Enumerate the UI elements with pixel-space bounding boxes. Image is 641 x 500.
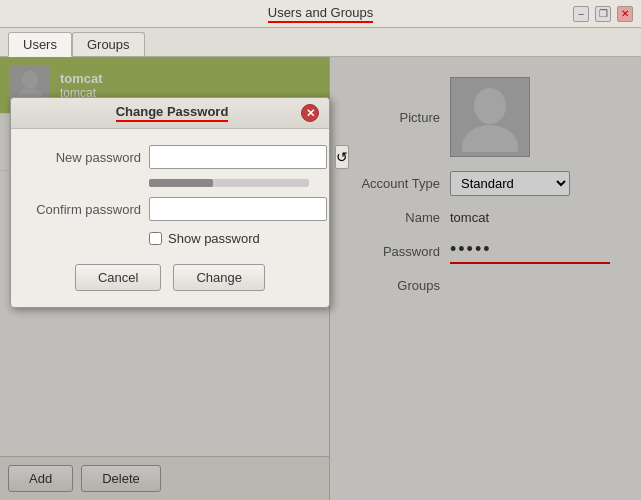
close-button[interactable]: ✕ (617, 6, 633, 22)
show-password-checkbox[interactable] (149, 232, 162, 245)
dialog-title-bar: Change Password ✕ (11, 98, 329, 129)
refresh-button[interactable]: ↺ (335, 145, 349, 169)
strength-bar (149, 179, 309, 187)
dialog-close-button[interactable]: ✕ (301, 104, 319, 122)
window-title: Users and Groups (68, 5, 573, 23)
title-bar: Users and Groups – ❐ ✕ (0, 0, 641, 28)
minimize-button[interactable]: – (573, 6, 589, 22)
restore-button[interactable]: ❐ (595, 6, 611, 22)
main-window: Users Groups tomcat tomcat (0, 28, 641, 500)
strength-bar-wrap (149, 179, 309, 187)
tab-users[interactable]: Users (8, 32, 72, 57)
new-password-input[interactable] (149, 145, 327, 169)
show-password-label[interactable]: Show password (168, 231, 260, 246)
overlay: Change Password ✕ New password ↺ (0, 57, 641, 500)
strength-fill (149, 179, 213, 187)
window-controls: – ❐ ✕ (573, 6, 633, 22)
dialog-body: New password ↺ Confirm password (11, 129, 329, 291)
show-password-row: Show password (149, 231, 309, 246)
new-password-row: New password ↺ (31, 145, 309, 169)
tab-bar: Users Groups (0, 28, 641, 57)
dialog-buttons: Cancel Change (31, 260, 309, 291)
change-password-dialog: Change Password ✕ New password ↺ (10, 97, 330, 308)
new-password-label: New password (31, 150, 141, 165)
confirm-password-label: Confirm password (31, 202, 141, 217)
cancel-button[interactable]: Cancel (75, 264, 161, 291)
change-button[interactable]: Change (173, 264, 265, 291)
content-area: tomcat tomcat xnav (0, 57, 641, 500)
confirm-password-row: Confirm password (31, 197, 309, 221)
dialog-title: Change Password (43, 104, 301, 122)
tab-groups[interactable]: Groups (72, 32, 145, 56)
confirm-password-input[interactable] (149, 197, 327, 221)
